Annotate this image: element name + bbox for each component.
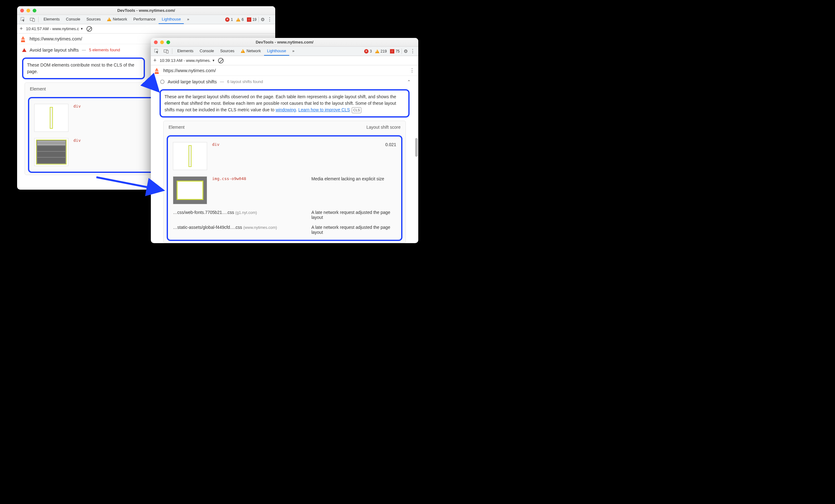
svg-line-7: [96, 177, 163, 190]
svg-line-6: [149, 82, 159, 91]
annotation-arrow: [0, 0, 459, 277]
